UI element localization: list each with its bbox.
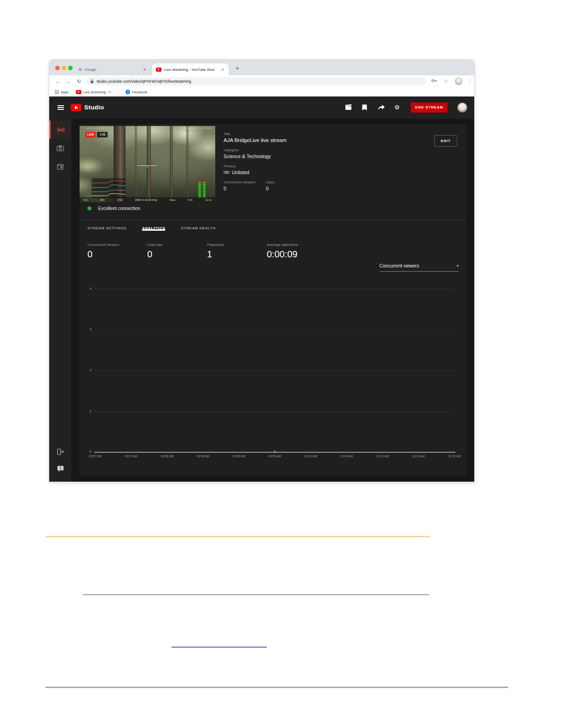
stream-title: AJA BridgeLive live stream — [224, 137, 287, 143]
studio-sidebar — [49, 119, 71, 482]
new-tab-button[interactable]: + — [233, 65, 241, 73]
focus-crosshair-tick — [147, 165, 148, 168]
browser-tab-live-streaming[interactable]: Live streaming - YouTube Stud × — [152, 63, 229, 75]
camera-osd-top-left: 1080i A 4:2:2 6G — [86, 127, 105, 130]
chart-gridline — [94, 411, 455, 412]
youtube-studio-app: Studio ⚙ END STREAM — [49, 97, 474, 482]
edit-button[interactable]: EDIT — [434, 135, 457, 147]
tab-analytics[interactable]: ANALYTICS — [142, 220, 165, 231]
calendar-icon — [57, 164, 63, 170]
y-tick-label: 1 — [80, 409, 92, 413]
browser-toolbar: ← → ↻ studio.youtube.com/video/qPmHdAlqh… — [49, 75, 474, 87]
back-icon[interactable]: ← — [54, 75, 62, 87]
sidebar-item-send-feedback[interactable] — [49, 460, 71, 478]
waveform-scope-overlay — [92, 178, 126, 198]
close-window-button[interactable] — [55, 66, 60, 70]
stream-timer: 1:05 — [97, 132, 108, 137]
youtube-logo-icon[interactable] — [71, 104, 81, 111]
metric-value: 0:00:09 — [267, 249, 340, 260]
zoom-window-button[interactable] — [68, 66, 73, 70]
bookmark-apps[interactable]: Apps — [55, 87, 69, 97]
close-tab-icon[interactable]: × — [220, 67, 225, 72]
channel-avatar[interactable] — [457, 102, 467, 113]
metric-label: Average watchtime — [267, 243, 340, 247]
document-page: G Google × Live streaming - YouTube Stud… — [0, 0, 563, 728]
sidebar-item-manage[interactable] — [49, 157, 71, 176]
browser-window: G Google × Live streaming - YouTube Stud… — [49, 60, 474, 482]
live-badge: LIVE — [86, 132, 96, 137]
camera-osd-bottom: N/A 800 1/50 AWB 01:00:00:00 ■ None N/A … — [80, 197, 215, 202]
end-stream-button[interactable]: END STREAM — [411, 102, 448, 113]
metric-chat-rate: Chat rate 0 — [147, 243, 207, 260]
refresh-icon[interactable]: ↻ — [75, 75, 83, 87]
y-tick-label: 4 — [80, 286, 92, 290]
hamburger-menu-icon[interactable] — [57, 105, 64, 110]
x-tick-label: 10:00 AM — [299, 455, 323, 458]
livestream-panel: 1080i A 4:2:2 6G 2020/0909 29:27:05:08 4… — [80, 124, 466, 476]
chart-metric-dropdown[interactable]: Concurrent viewers ▾ — [379, 263, 459, 272]
bookmark-label: Facebook — [132, 90, 147, 94]
close-tab-icon[interactable]: × — [142, 67, 147, 72]
y-tick-label: 0 — [80, 449, 92, 454]
concurrent-viewers-value: 0 — [224, 186, 266, 191]
browser-tabstrip: G Google × Live streaming - YouTube Stud… — [49, 60, 474, 75]
sidebar-item-webcam[interactable] — [49, 139, 71, 157]
x-tick-label: 10:01 AM — [371, 455, 395, 458]
x-tick-label: 10:01 AM — [407, 455, 431, 458]
youtube-favicon — [156, 68, 161, 72]
stream-category: Science & Technology — [224, 154, 287, 159]
connection-status: Excellent connection — [87, 206, 140, 211]
youtube-favicon — [76, 90, 81, 94]
settings-gear-icon[interactable]: ⚙ — [393, 104, 401, 111]
panel-tabbar: STREAM SETTINGS ANALYTICS STREAM HEALTH — [80, 220, 466, 235]
apps-grid-icon — [55, 90, 59, 94]
create-clapper-icon[interactable] — [345, 104, 352, 111]
x-tick-label: 10:02 AM — [442, 455, 466, 458]
metric-average-watchtime: Average watchtime 0:00:09 — [267, 243, 340, 260]
dropdown-selected-value: Concurrent viewers — [379, 263, 419, 268]
live-video-preview[interactable]: 1080i A 4:2:2 6G 2020/0909 29:27:05:08 4… — [80, 126, 215, 202]
metric-value: 0 — [147, 249, 207, 260]
chart-data-point — [274, 450, 276, 453]
tab-stream-health[interactable]: STREAM HEALTH — [181, 220, 216, 235]
x-axis-labels: 09:57 AM 09:57 AM 09:58 AM 09:58 AM 09:5… — [83, 455, 466, 458]
url-text: studio.youtube.com/video/qPmHdAlqh7s/liv… — [97, 79, 191, 84]
camera-osd-top-right: 2020/0909 29:27:05:08 444 — [181, 127, 212, 130]
concurrent-viewers-chart: 4 3 2 1 0 09:57 AM — [80, 276, 466, 469]
document-divider-gray — [83, 594, 429, 595]
y-tick-label: 3 — [80, 327, 92, 331]
x-tick-label: 09:58 AM — [155, 455, 179, 458]
chevron-down-icon: ▾ — [457, 264, 459, 268]
tab-stream-settings[interactable]: STREAM SETTINGS — [87, 220, 126, 235]
sidebar-item-exit-control-room[interactable] — [49, 443, 71, 461]
document-link-underline[interactable] — [172, 647, 267, 648]
studio-brand[interactable]: Studio — [84, 97, 104, 119]
metric-playbacks: Playbacks 1 — [207, 243, 267, 260]
bookmark-save-icon[interactable] — [362, 104, 369, 111]
category-label: Category — [224, 148, 287, 152]
browser-tab-google[interactable]: G Google × — [75, 63, 150, 75]
address-bar[interactable]: studio.youtube.com/video/qPmHdAlqh7s/liv… — [86, 77, 426, 85]
osd-item: 800 — [100, 199, 104, 201]
bookmarks-bar: Apps Live streaming - Y... f Facebook — [49, 87, 474, 97]
sidebar-item-stream[interactable] — [49, 120, 71, 139]
osd-item: 12.1v — [205, 199, 211, 201]
minimize-window-button[interactable] — [62, 66, 66, 70]
privacy-label: Privacy — [224, 164, 287, 168]
likes-value: 0 — [266, 186, 275, 191]
password-key-icon[interactable] — [431, 79, 440, 84]
bookmark-facebook[interactable]: f Facebook — [126, 87, 147, 97]
browser-profile-avatar[interactable] — [455, 78, 462, 85]
connection-status-dot — [87, 206, 92, 210]
tab-label: Live streaming - YouTube Stud — [164, 68, 220, 72]
chart-gridline — [94, 370, 455, 371]
bookmark-live-streaming[interactable]: Live streaming - Y... — [76, 87, 114, 97]
metric-value: 0 — [87, 249, 147, 260]
audio-meter-left — [198, 180, 201, 198]
share-arrow-icon[interactable] — [378, 104, 385, 111]
browser-menu-icon[interactable]: ⋮ — [466, 75, 474, 87]
bookmark-star-icon[interactable]: ☆ — [442, 75, 450, 87]
forward-icon[interactable]: → — [64, 75, 73, 87]
x-tick-label: 09:59 AM — [227, 455, 251, 458]
privacy-value: Unlisted — [232, 170, 249, 175]
